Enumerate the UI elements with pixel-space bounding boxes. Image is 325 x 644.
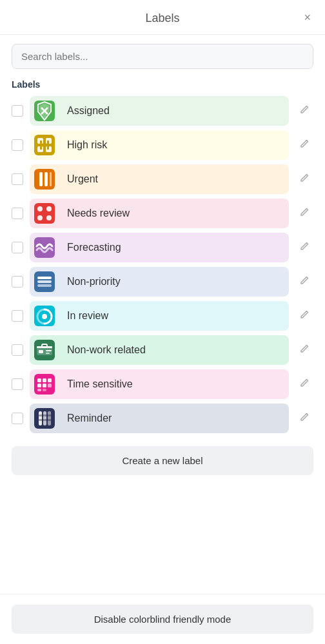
- label-icon-reminder: [30, 404, 59, 433]
- edit-label-button-forecasting[interactable]: [295, 239, 313, 257]
- label-checkbox-non-work-related[interactable]: [12, 344, 23, 356]
- svg-rect-30: [46, 350, 52, 351]
- label-checkbox-high-risk[interactable]: [12, 139, 23, 151]
- label-name-reminder: Reminder: [59, 413, 289, 424]
- create-label-button[interactable]: Create a new label: [12, 446, 313, 475]
- label-name-non-work-related: Non-work related: [59, 344, 289, 356]
- label-checkbox-reminder[interactable]: [12, 413, 23, 424]
- label-name-time-sensitive: Time sensitive: [59, 378, 289, 390]
- edit-label-button-in-review[interactable]: [295, 307, 313, 325]
- label-row: Urgent: [12, 164, 313, 194]
- label-pill-needs-review[interactable]: Needs review: [30, 199, 289, 228]
- svg-rect-3: [34, 135, 55, 155]
- svg-rect-41: [43, 389, 46, 391]
- svg-point-15: [37, 206, 43, 211]
- label-icon-time-sensitive: [30, 369, 59, 399]
- svg-rect-45: [48, 411, 51, 425]
- label-checkbox-needs-review[interactable]: [12, 208, 23, 219]
- label-name-high-risk: High risk: [59, 139, 289, 151]
- svg-rect-46: [39, 415, 51, 416]
- svg-rect-44: [43, 411, 46, 425]
- label-pill-non-work-related[interactable]: Non-work related: [30, 335, 289, 365]
- label-checkbox-assigned[interactable]: [12, 105, 23, 117]
- label-checkbox-time-sensitive[interactable]: [12, 378, 23, 390]
- footer: Disable colorblind friendly mode: [0, 594, 325, 644]
- edit-label-button-non-work-related[interactable]: [295, 341, 313, 359]
- label-name-forecasting: Forecasting: [59, 242, 289, 253]
- svg-point-25: [42, 314, 47, 319]
- edit-label-button-urgent[interactable]: [295, 170, 313, 188]
- search-container: [0, 35, 325, 75]
- label-row: High risk: [12, 130, 313, 160]
- label-checkbox-non-priority[interactable]: [12, 276, 23, 288]
- panel-title: Labels: [145, 12, 179, 25]
- label-icon-urgent: [30, 164, 59, 194]
- label-row: Non-priority: [12, 267, 313, 297]
- labels-panel: Labels × Labels Assigned: [0, 0, 325, 644]
- label-row: Assigned: [12, 96, 313, 126]
- edit-label-button-needs-review[interactable]: [295, 204, 313, 222]
- svg-rect-29: [39, 350, 43, 353]
- svg-rect-38: [43, 384, 46, 387]
- label-name-urgent: Urgent: [59, 173, 289, 185]
- svg-rect-9: [47, 141, 49, 150]
- search-input[interactable]: [12, 44, 313, 69]
- label-icon-non-work-related: [30, 335, 59, 365]
- label-pill-urgent[interactable]: Urgent: [30, 164, 289, 194]
- edit-label-button-reminder[interactable]: [295, 409, 313, 427]
- label-icon-in-review: [30, 301, 59, 331]
- label-name-assigned: Assigned: [59, 105, 289, 117]
- label-icon-forecasting: [30, 233, 59, 262]
- svg-rect-36: [48, 378, 52, 382]
- svg-rect-11: [39, 172, 43, 186]
- svg-rect-22: [37, 280, 52, 283]
- edit-label-button-time-sensitive[interactable]: [295, 375, 313, 393]
- label-checkbox-forecasting[interactable]: [12, 242, 23, 253]
- label-pill-time-sensitive[interactable]: Time sensitive: [30, 369, 289, 399]
- label-row: Reminder: [12, 404, 313, 433]
- svg-rect-43: [39, 411, 42, 425]
- edit-label-button-high-risk[interactable]: [295, 136, 313, 154]
- label-name-needs-review: Needs review: [59, 208, 289, 219]
- svg-rect-8: [40, 141, 42, 150]
- labels-heading: Labels: [12, 79, 313, 90]
- svg-rect-31: [46, 353, 50, 354]
- label-pill-in-review[interactable]: In review: [30, 301, 289, 331]
- svg-rect-21: [37, 277, 52, 279]
- svg-rect-23: [37, 284, 52, 287]
- svg-point-17: [37, 215, 43, 220]
- svg-rect-13: [50, 172, 52, 186]
- svg-rect-14: [34, 203, 55, 224]
- label-name-non-priority: Non-priority: [59, 276, 289, 288]
- label-row: Forecasting: [12, 233, 313, 262]
- label-checkbox-in-review[interactable]: [12, 310, 23, 322]
- label-checkbox-urgent[interactable]: [12, 173, 23, 185]
- svg-rect-39: [48, 384, 52, 387]
- svg-rect-34: [37, 378, 41, 382]
- header: Labels ×: [0, 0, 325, 35]
- label-pill-reminder[interactable]: Reminder: [30, 404, 289, 433]
- label-icon-high-risk: [30, 130, 59, 160]
- svg-rect-35: [43, 378, 46, 382]
- label-pill-high-risk[interactable]: High risk: [30, 130, 289, 160]
- label-pill-non-priority[interactable]: Non-priority: [30, 267, 289, 297]
- svg-rect-12: [44, 172, 48, 186]
- svg-rect-37: [37, 384, 41, 387]
- edit-label-button-assigned[interactable]: [295, 102, 313, 120]
- label-icon-needs-review: [30, 199, 59, 228]
- svg-rect-47: [39, 419, 51, 421]
- label-icon-assigned: [30, 96, 59, 126]
- disable-colorblind-button[interactable]: Disable colorblind friendly mode: [12, 605, 313, 634]
- label-pill-assigned[interactable]: Assigned: [30, 96, 289, 126]
- label-row: Needs review: [12, 199, 313, 228]
- svg-point-18: [46, 215, 52, 220]
- label-icon-non-priority: [30, 267, 59, 297]
- edit-label-button-non-priority[interactable]: [295, 273, 313, 291]
- close-button[interactable]: ×: [301, 9, 313, 26]
- label-pill-forecasting[interactable]: Forecasting: [30, 233, 289, 262]
- labels-section: Labels Assigned: [0, 75, 325, 438]
- labels-list: Assigned High risk: [12, 96, 313, 433]
- label-row: Time sensitive: [12, 369, 313, 399]
- label-row: Non-work related: [12, 335, 313, 365]
- label-row: In review: [12, 301, 313, 331]
